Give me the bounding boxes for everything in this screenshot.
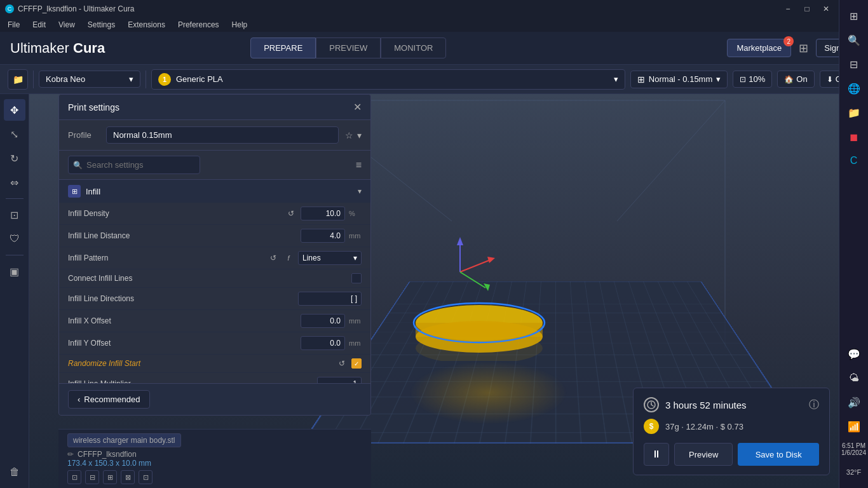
infill-pattern-select[interactable]: Lines ▾ <box>298 251 362 265</box>
connect-infill-checkbox[interactable] <box>351 273 362 283</box>
folder-button[interactable]: 📁 <box>8 69 28 90</box>
infill-line-dist-input[interactable] <box>301 229 345 243</box>
infill-density-input[interactable] <box>301 207 345 220</box>
tab-preview[interactable]: PREVIEW <box>316 37 381 58</box>
taskbar-clock: 6:51 PM <box>841 442 866 449</box>
maximize-button[interactable]: □ <box>798 2 816 16</box>
print-time-text: 3 hours 52 minutes <box>665 400 803 410</box>
transform-more[interactable]: ⊡ <box>139 470 153 484</box>
menubar: File Edit View Settings Extensions Prefe… <box>0 18 868 32</box>
preview-button[interactable]: Preview <box>674 443 733 466</box>
infill-line-dist-label: Infill Line Distance <box>68 231 297 240</box>
taskbar-edge[interactable]: 🌐 <box>843 78 865 99</box>
tab-prepare[interactable]: PREPARE <box>250 37 316 58</box>
menu-file[interactable]: File <box>5 19 22 30</box>
taskbar-notifications[interactable]: 💬 <box>843 343 865 365</box>
marketplace-button[interactable]: Marketplace 2 <box>727 39 791 57</box>
file-name-tag: wireless charger main body.stl <box>67 433 181 447</box>
minimize-button[interactable]: − <box>779 2 797 16</box>
taskbar-weather[interactable]: 🌤 <box>843 367 865 389</box>
infill-line-dist-unit: mm <box>349 232 362 240</box>
grid-apps-button[interactable]: ⊞ <box>796 39 811 58</box>
window-controls: − □ ✕ <box>779 2 835 16</box>
transform-left[interactable]: ⊞ <box>103 470 117 484</box>
settings-menu-button[interactable]: ≡ <box>356 159 362 171</box>
left-toolbar: ✥ ⤡ ↻ ⇔ ⊡ 🛡 ▣ 🗑 <box>0 94 29 488</box>
print-settings-panel: Print settings ✕ Profile Normal 0.15mm ☆… <box>58 94 371 416</box>
infill-icon: ⊞ <box>68 185 81 198</box>
transform-right[interactable]: ⊠ <box>121 470 135 484</box>
taskbar-network[interactable]: 📶 <box>843 416 865 437</box>
transform-back[interactable]: ⊟ <box>85 470 99 484</box>
menu-edit[interactable]: Edit <box>30 19 48 30</box>
transform-front[interactable]: ⊡ <box>67 470 81 484</box>
printer-select[interactable]: Kobra Neo ▾ <box>39 71 140 88</box>
search-icon: 🔍 <box>73 161 83 170</box>
row-infill-y-offset: Infill Y Offset mm <box>59 332 370 355</box>
pause-button[interactable]: ⏸ <box>644 443 669 466</box>
search-input[interactable] <box>68 156 200 174</box>
file-dimensions: 173.4 x 150.3 x 10.0 mm <box>67 459 362 468</box>
tab-monitor[interactable]: MONITOR <box>381 37 446 58</box>
file-name-row: wireless charger main body.stl <box>67 433 362 447</box>
infill-y-offset-input[interactable] <box>301 336 345 350</box>
infill-multiplier-input[interactable] <box>317 377 362 383</box>
taskbar-start[interactable]: ⊞ <box>843 5 865 27</box>
tool-scale[interactable]: ⤡ <box>4 123 25 145</box>
windows-taskbar: ⊞ 🔍 ⊟ 🌐 📁 ◼ C 💬 🌤 🔊 📶 6:51 PM 1/6/2024 3… <box>839 0 868 488</box>
toolbar-divider-2 <box>146 71 146 88</box>
menu-settings[interactable]: Settings <box>85 19 118 30</box>
taskbar-cura[interactable]: C <box>843 150 865 172</box>
print-settings-search: 🔍 ≡ <box>59 151 370 180</box>
infill-x-offset-input[interactable] <box>301 314 345 328</box>
tool-delete[interactable]: 🗑 <box>4 461 25 483</box>
recommended-button[interactable]: ‹ Recommended <box>68 390 150 409</box>
taskbar-temp[interactable]: 32°F <box>843 461 865 483</box>
menu-preferences[interactable]: Preferences <box>175 19 222 30</box>
profile-chevron-button[interactable]: ▾ <box>357 130 362 140</box>
support-toggle[interactable]: 🏠 On <box>777 71 814 88</box>
menu-view[interactable]: View <box>56 19 78 30</box>
taskbar-task-view[interactable]: ⊟ <box>843 53 865 75</box>
tool-group[interactable]: ▣ <box>4 261 25 282</box>
tool-move[interactable]: ✥ <box>4 99 25 121</box>
infill-section-header[interactable]: ⊞ Infill ▾ <box>59 180 370 203</box>
profile-icons: ☆ ▾ <box>345 130 362 140</box>
print-settings-close[interactable]: ✕ <box>353 101 362 113</box>
marketplace-badge: 2 <box>783 36 794 46</box>
infill-pattern-func[interactable]: f <box>283 254 294 262</box>
profile-label: Profile <box>68 130 100 140</box>
menu-extensions[interactable]: Extensions <box>125 19 168 30</box>
infill-x-offset-label: Infill X Offset <box>68 316 297 325</box>
menu-help[interactable]: Help <box>229 19 250 30</box>
material-number-icon: 1 <box>158 73 171 86</box>
save-to-disk-button[interactable]: Save to Disk <box>738 443 819 466</box>
profile-select[interactable]: ⊞ Normal - 0.15mm ▾ <box>630 71 728 88</box>
infill-button[interactable]: ⊡ 10% <box>733 71 772 88</box>
tool-mirror[interactable]: ⇔ <box>4 172 25 193</box>
taskbar-volume[interactable]: 🔊 <box>843 391 865 413</box>
main-area: ✥ ⤡ ↻ ⇔ ⊡ 🛡 ▣ 🗑 <box>0 94 868 488</box>
close-button[interactable]: ✕ <box>817 2 835 16</box>
taskbar-search[interactable]: 🔍 <box>843 29 865 51</box>
randomize-infill-checkbox[interactable]: ✓ <box>351 358 362 369</box>
taskbar-app1[interactable]: ◼ <box>843 126 865 147</box>
material-select[interactable]: 1 Generic PLA ▾ <box>151 69 625 90</box>
tool-support[interactable]: 🛡 <box>4 228 25 250</box>
titlebar: C CFFFP_lksndfion - Ultimaker Cura − □ ✕ <box>0 0 868 18</box>
tool-separator-2 <box>6 255 24 255</box>
print-info-icon[interactable]: ⓘ <box>809 398 819 412</box>
tool-rotate[interactable]: ↻ <box>4 147 25 169</box>
tool-snap[interactable]: ⊡ <box>4 204 25 226</box>
infill-density-reset[interactable]: ↺ <box>285 209 297 218</box>
printer-select-chevron: ▾ <box>129 74 133 84</box>
infill-line-dirs-input[interactable] <box>298 292 362 306</box>
profile-star-button[interactable]: ☆ <box>345 130 353 140</box>
toolbar-right: ⊞ Normal - 0.15mm ▾ ⊡ 10% 🏠 On ⬇ On ▾ <box>630 71 860 88</box>
viewport[interactable]: Print settings ✕ Profile Normal 0.15mm ☆… <box>29 94 868 488</box>
infill-pattern-reset[interactable]: ↺ <box>268 254 279 262</box>
profile-dropdown[interactable]: Normal 0.15mm <box>106 126 339 144</box>
randomize-infill-reset[interactable]: ↺ <box>336 359 348 368</box>
row-infill-pattern: Infill Pattern ↺ f Lines ▾ <box>59 247 370 269</box>
taskbar-explorer[interactable]: 📁 <box>843 102 865 123</box>
